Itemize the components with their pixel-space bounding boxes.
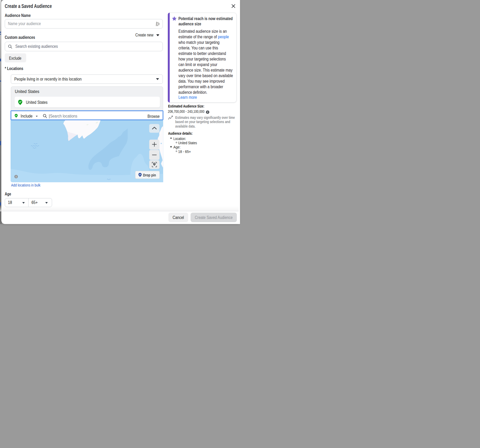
svg-text:i: i — [16, 175, 17, 178]
